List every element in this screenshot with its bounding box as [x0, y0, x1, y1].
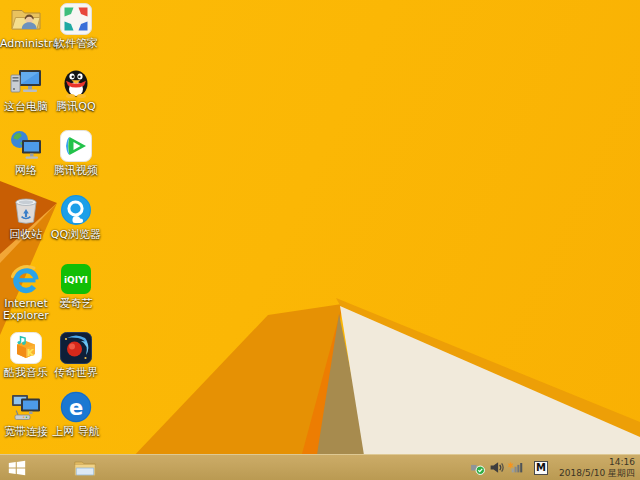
desktop-icon-software-manager[interactable]: 软件管家 — [50, 2, 102, 50]
file-explorer-icon — [73, 456, 97, 480]
recycle-bin-icon — [9, 193, 43, 227]
desktop-icon-label: 回收站 — [0, 229, 52, 241]
desktop-icon-label: 宽带连接 — [0, 426, 52, 438]
network-icon — [9, 129, 43, 163]
desktop-icon-internet-explorer[interactable]: Internet Explorer — [0, 262, 52, 322]
svg-text:K: K — [27, 347, 35, 358]
desktop-icon-qq-browser[interactable]: QQ浏览器 — [50, 193, 102, 241]
desktop-icon-label: Internet Explorer — [0, 298, 52, 322]
software-manager-icon — [59, 2, 93, 36]
desktop-icon-label: 上网 导航 — [50, 426, 102, 438]
system-tray: M 14:16 2018/5/10 星期四 — [470, 457, 640, 478]
desktop-icon-internet-navigation[interactable]: e上网 导航 — [50, 390, 102, 438]
internet-navigation-icon: e — [59, 390, 93, 424]
desktop-icon-administrator-folder[interactable]: Administra... — [0, 2, 52, 50]
file-explorer-taskbar-button[interactable] — [68, 455, 102, 480]
internet-explorer-icon — [9, 262, 43, 296]
desktop-icon-broadband-connection[interactable]: 宽带连接 — [0, 390, 52, 438]
tencent-qq-icon — [59, 65, 93, 99]
iqiyi-icon: iQIYI — [59, 262, 93, 296]
desktop-icon-tencent-video[interactable]: 腾讯视频 — [50, 129, 102, 177]
desktop-icon-label: 腾讯视频 — [50, 165, 102, 177]
desktop-icon-this-pc[interactable]: 这台电脑 — [0, 65, 52, 113]
usb-safely-remove-icon[interactable] — [470, 460, 485, 475]
desktop-icon-label: QQ浏览器 — [50, 229, 102, 241]
svg-text:iQIYI: iQIYI — [64, 275, 88, 285]
desktop-icon-label: Administra... — [0, 38, 52, 50]
desktop-icon-grid: Administra...软件管家这台电脑腾讯QQ网络腾讯视频回收站QQ浏览器I… — [0, 0, 640, 480]
desktop-icon-label: 酷我音乐 — [0, 367, 52, 379]
taskbar: M 14:16 2018/5/10 星期四 — [0, 454, 640, 480]
broadband-connection-icon — [9, 390, 43, 424]
ime-indicator-icon[interactable]: M — [534, 461, 548, 475]
taskbar-buttons — [0, 455, 102, 480]
clock-time: 14:16 — [553, 457, 635, 468]
desktop-icon-network[interactable]: 网络 — [0, 129, 52, 177]
taskbar-clock[interactable]: 14:16 2018/5/10 星期四 — [553, 457, 637, 478]
qq-browser-icon — [59, 193, 93, 227]
desktop-icon-label: 爱奇艺 — [50, 298, 102, 310]
volume-icon[interactable] — [489, 460, 504, 475]
desktop-icon-label: 传奇世界 — [50, 367, 102, 379]
this-pc-icon — [9, 65, 43, 99]
start-button[interactable] — [0, 455, 34, 480]
kuwo-music-icon: K — [9, 331, 43, 365]
legend-world-game-icon — [59, 331, 93, 365]
svg-text:e: e — [69, 396, 83, 420]
clock-date: 2018/5/10 星期四 — [553, 468, 635, 479]
network-warning-icon[interactable] — [508, 460, 523, 475]
desktop-icon-iqiyi[interactable]: iQIYI爱奇艺 — [50, 262, 102, 310]
desktop-icon-label: 软件管家 — [50, 38, 102, 50]
desktop-screen: Administra...软件管家这台电脑腾讯QQ网络腾讯视频回收站QQ浏览器I… — [0, 0, 640, 480]
desktop-icon-label: 这台电脑 — [0, 101, 52, 113]
desktop-icon-tencent-qq[interactable]: 腾讯QQ — [50, 65, 102, 113]
tray-icons: M — [470, 460, 548, 475]
administrator-folder-icon — [9, 2, 43, 36]
desktop-icon-recycle-bin[interactable]: 回收站 — [0, 193, 52, 241]
desktop-icon-legend-world-game[interactable]: 传奇世界 — [50, 331, 102, 379]
desktop-icon-kuwo-music[interactable]: K酷我音乐 — [0, 331, 52, 379]
tencent-video-icon — [59, 129, 93, 163]
start-icon — [7, 458, 27, 478]
ie-taskbar-button[interactable] — [34, 455, 68, 480]
desktop-icon-label: 网络 — [0, 165, 52, 177]
desktop-icon-label: 腾讯QQ — [50, 101, 102, 113]
